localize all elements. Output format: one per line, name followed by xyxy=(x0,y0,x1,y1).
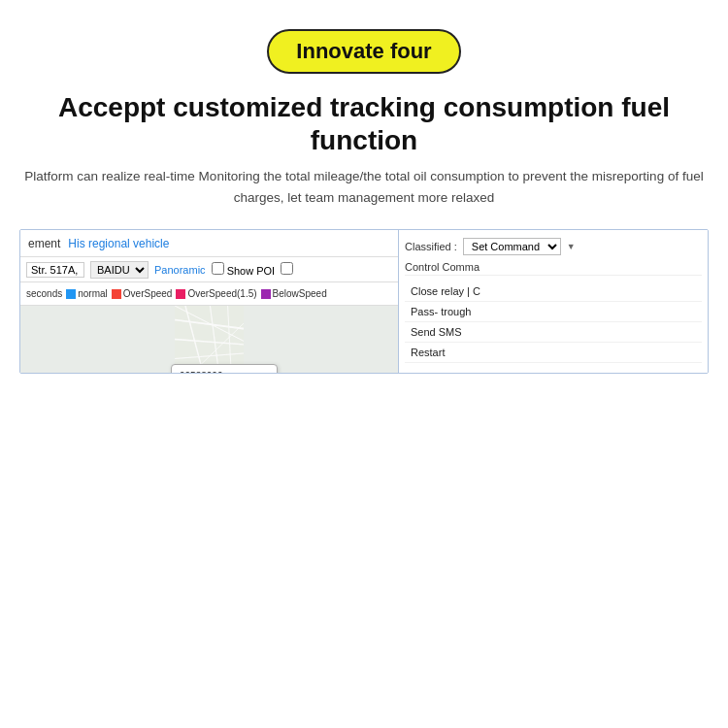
show-poi-checkbox[interactable] xyxy=(212,262,224,275)
set-command-select[interactable]: Set Command xyxy=(463,238,561,255)
right-panel: Classified : Set Command ▼ Control Comma… xyxy=(399,230,708,373)
subtitle: Platform can realize real-time Monitorin… xyxy=(19,166,709,208)
map-controls: BAIDU Panoramic Show POI xyxy=(20,257,398,282)
menu-item-pass-trough[interactable]: Pass- trough xyxy=(405,302,702,322)
svg-rect-0 xyxy=(175,306,244,373)
menu-item-restart[interactable]: Restart xyxy=(405,343,702,363)
popup-id: 90588000 xyxy=(180,371,269,373)
legend-label-overspeed: OverSpeed xyxy=(123,288,173,299)
main-title: Acceppt customized tracking consumption … xyxy=(19,91,709,156)
legend-dot-overspeed xyxy=(112,289,121,299)
legend-label-overspeed15: OverSpeed(1.5) xyxy=(187,288,256,299)
menu-item-send-sms[interactable]: Send SMS xyxy=(405,322,702,343)
legend-dot-normal xyxy=(66,289,76,299)
tab-management[interactable]: ement xyxy=(28,237,60,250)
legend-bar: seconds normal OverSpeed OverSpeed(1.5) … xyxy=(20,282,398,306)
legend-dot-overspeed15 xyxy=(176,289,185,299)
s-checkbox-label[interactable] xyxy=(281,262,293,277)
page-container: Innovate four Acceppt customized trackin… xyxy=(0,0,728,728)
legend-overspeed: OverSpeed xyxy=(112,288,173,299)
chevron-down-icon: ▼ xyxy=(567,242,576,251)
legend-dot-belowspeed xyxy=(261,289,271,299)
legend-belowspeed: BelowSpeed xyxy=(261,288,327,299)
panoramic-link[interactable]: Panoramic xyxy=(154,264,206,276)
show-poi-label: Show POI xyxy=(227,265,276,277)
map-roads-svg xyxy=(20,306,398,373)
map-source-select[interactable]: BAIDU xyxy=(90,261,149,279)
s-checkbox[interactable] xyxy=(281,262,293,275)
tab-regional-vehicle[interactable]: His regional vehicle xyxy=(68,237,169,250)
left-panel: ement His regional vehicle BAIDU Panoram… xyxy=(20,230,399,373)
map-area[interactable]: 90588000 Equipmen Status:St ACC:Clos Sin… xyxy=(20,306,398,373)
show-poi-checkbox-label[interactable]: Show POI xyxy=(212,262,276,277)
legend-normal: normal xyxy=(66,288,108,299)
address-input[interactable] xyxy=(26,262,84,278)
innovate-badge: Innovate four xyxy=(267,29,460,74)
legend-overspeed15: OverSpeed(1.5) xyxy=(176,288,256,299)
top-bar: ement His regional vehicle xyxy=(20,230,398,257)
legend-label-belowspeed: BelowSpeed xyxy=(273,288,327,299)
classified-label: Classified : xyxy=(405,241,457,252)
map-popup: 90588000 Equipmen Status:St ACC:Clos Sin… xyxy=(171,364,278,373)
command-menu-list: Close relay | C Pass- trough Send SMS Re… xyxy=(405,280,702,365)
screenshot-area: ement His regional vehicle BAIDU Panoram… xyxy=(19,229,709,374)
menu-item-close-relay[interactable]: Close relay | C xyxy=(405,281,702,302)
classified-row: Classified : Set Command ▼ xyxy=(405,238,702,255)
legend-seconds: seconds xyxy=(26,288,62,299)
control-command-header: Control Comma xyxy=(405,261,702,276)
legend-label-normal: normal xyxy=(78,288,108,299)
